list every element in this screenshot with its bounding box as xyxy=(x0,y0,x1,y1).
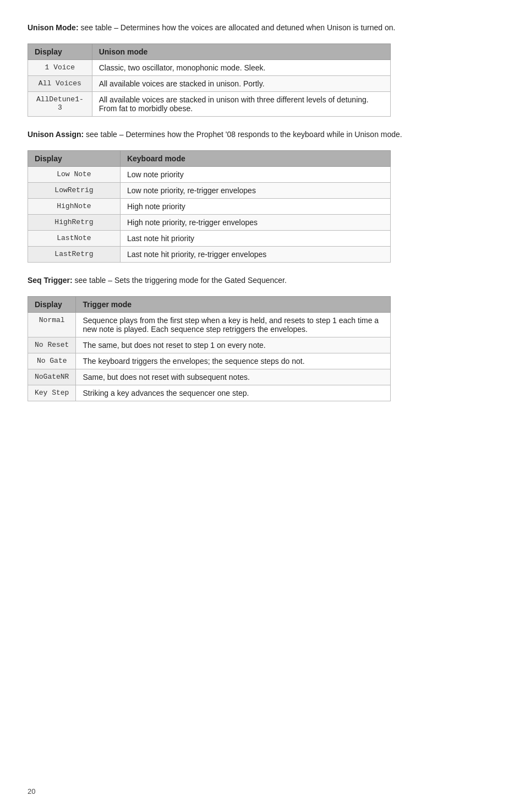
cell-desc-seq-trigger-3: Same, but does not reset with subsequent… xyxy=(76,369,391,385)
table-unison-mode: DisplayUnison mode1 VoiceClassic, two os… xyxy=(28,43,391,117)
table-row: All VoicesAll available voices are stack… xyxy=(28,76,391,92)
section-intro-unison-mode: Unison Mode: see table – Determines how … xyxy=(28,22,497,34)
col-header-display-unison-assign: Display xyxy=(28,151,121,167)
cell-desc-unison-mode-2: All available voices are stacked in unis… xyxy=(92,92,390,117)
cell-display-unison-mode-0: 1 Voice xyxy=(28,60,92,76)
table-row: 1 VoiceClassic, two oscillator, monophon… xyxy=(28,60,391,76)
col-header-mode-seq-trigger: Trigger mode xyxy=(76,297,391,313)
cell-display-unison-mode-2: AllDetune1-3 xyxy=(28,92,92,117)
section-intro-seq-trigger: Seq Trigger: see table – Sets the trigge… xyxy=(28,275,497,286)
table-row: No ResetThe same, but does not reset to … xyxy=(28,337,391,353)
cell-display-unison-assign-2: HighNote xyxy=(28,199,121,215)
cell-display-seq-trigger-1: No Reset xyxy=(28,337,76,353)
cell-desc-unison-assign-0: Low note priority xyxy=(120,167,390,183)
cell-desc-seq-trigger-4: Striking a key advances the sequencer on… xyxy=(76,385,391,401)
cell-display-seq-trigger-3: NoGateNR xyxy=(28,369,76,385)
cell-desc-seq-trigger-2: The keyboard triggers the envelopes; the… xyxy=(76,353,391,369)
table-row: AllDetune1-3All available voices are sta… xyxy=(28,92,391,117)
table-row: LastNoteLast note hit priority xyxy=(28,231,391,247)
col-header-mode-unison-mode: Unison mode xyxy=(92,44,390,60)
cell-desc-unison-assign-1: Low note priority, re-trigger envelopes xyxy=(120,183,390,199)
cell-desc-seq-trigger-0: Sequence plays from the first step when … xyxy=(76,313,391,337)
table-row: NormalSequence plays from the first step… xyxy=(28,313,391,337)
cell-display-seq-trigger-2: No Gate xyxy=(28,353,76,369)
cell-desc-seq-trigger-1: The same, but does not reset to step 1 o… xyxy=(76,337,391,353)
cell-desc-unison-mode-0: Classic, two oscillator, monophonic mode… xyxy=(92,60,390,76)
cell-desc-unison-mode-1: All available voices are stacked in unis… xyxy=(92,76,390,92)
table-row: Low NoteLow note priority xyxy=(28,167,391,183)
cell-display-unison-mode-1: All Voices xyxy=(28,76,92,92)
col-header-mode-unison-assign: Keyboard mode xyxy=(120,151,390,167)
col-header-display-seq-trigger: Display xyxy=(28,297,76,313)
cell-display-unison-assign-5: LastRetrg xyxy=(28,247,121,263)
table-row: LastRetrgLast note hit priority, re-trig… xyxy=(28,247,391,263)
cell-display-unison-assign-1: LowRetrig xyxy=(28,183,121,199)
cell-desc-unison-assign-2: High note priority xyxy=(120,199,390,215)
table-unison-assign: DisplayKeyboard modeLow NoteLow note pri… xyxy=(28,150,391,263)
cell-display-unison-assign-0: Low Note xyxy=(28,167,121,183)
page-content: Unison Mode: see table – Determines how … xyxy=(28,22,497,401)
table-row: LowRetrigLow note priority, re-trigger e… xyxy=(28,183,391,199)
cell-display-unison-assign-3: HighRetrg xyxy=(28,215,121,231)
cell-desc-unison-assign-5: Last note hit priority, re-trigger envel… xyxy=(120,247,390,263)
col-header-display-unison-mode: Display xyxy=(28,44,92,60)
table-row: Key StepStriking a key advances the sequ… xyxy=(28,385,391,401)
table-row: NoGateNRSame, but does not reset with su… xyxy=(28,369,391,385)
table-row: No GateThe keyboard triggers the envelop… xyxy=(28,353,391,369)
cell-display-seq-trigger-0: Normal xyxy=(28,313,76,337)
table-row: HighRetrgHigh note priority, re-trigger … xyxy=(28,215,391,231)
table-seq-trigger: DisplayTrigger modeNormalSequence plays … xyxy=(28,296,391,401)
cell-desc-unison-assign-3: High note priority, re-trigger envelopes xyxy=(120,215,390,231)
page-number: 20 xyxy=(28,787,35,795)
cell-display-unison-assign-4: LastNote xyxy=(28,231,121,247)
table-row: HighNoteHigh note priority xyxy=(28,199,391,215)
cell-display-seq-trigger-4: Key Step xyxy=(28,385,76,401)
section-intro-unison-assign: Unison Assign: see table – Determines ho… xyxy=(28,129,497,140)
cell-desc-unison-assign-4: Last note hit priority xyxy=(120,231,390,247)
